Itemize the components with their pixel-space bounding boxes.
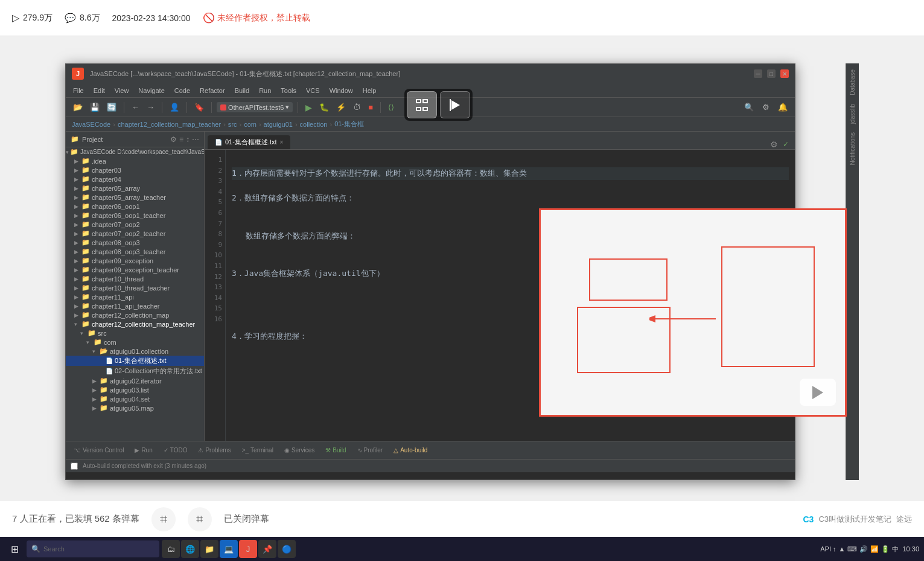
taskbar-app-4[interactable]: 💻 (220, 540, 238, 558)
taskbar-app-6[interactable]: 📌 (258, 540, 276, 558)
maximize-button[interactable]: □ (767, 69, 776, 78)
tree-item-atguigu03[interactable]: ▶ 📁 atguigu03.list (66, 385, 204, 394)
tree-item-file02[interactable]: 📄 02-Collection中的常用方法.txt (66, 366, 204, 376)
tree-item-root[interactable]: ▾ 📁 JavaSECode D:\code\workspace_teach\J… (66, 147, 204, 156)
tab-autobuild[interactable]: △ Auto-build (389, 445, 432, 455)
bc-src[interactable]: src (228, 121, 237, 128)
menu-refactor[interactable]: Refactor (196, 86, 229, 95)
tab-version-control[interactable]: ⌥ Version Control (69, 445, 129, 455)
tab-todo[interactable]: ✓ TODO (159, 445, 193, 455)
bullet-btn-1[interactable]: ⌗ (151, 507, 176, 531)
tree-item-atguigu02[interactable]: ▶ 📁 atguigu02.iterator (66, 376, 204, 385)
tree-item-atguigu05[interactable]: ▶ 📁 atguigu05.map (66, 403, 204, 412)
tree-item-ch11t[interactable]: ▶ 📁 chapter11_api_teacher (66, 301, 204, 310)
bc-atguigu01[interactable]: atguigu01 (264, 121, 293, 128)
run-button[interactable]: ▶ (303, 101, 314, 114)
tab-run[interactable]: ▶ Run (130, 445, 157, 455)
present-btn-fullscreen[interactable] (407, 91, 437, 118)
tree-item-ch06[interactable]: ▶ 📁 chapter06_oop1 (66, 202, 204, 211)
menu-view[interactable]: View (110, 86, 133, 95)
autobuild-checkbox[interactable] (71, 463, 78, 470)
editor-settings-icon[interactable]: ⚙ (770, 139, 778, 149)
minimize-button[interactable]: ─ (754, 69, 762, 78)
tree-item-src[interactable]: ▾ 📁 src (66, 329, 204, 338)
taskbar-app-3[interactable]: 📁 (200, 540, 218, 558)
menu-code[interactable]: Code (170, 86, 194, 95)
tree-item-com[interactable]: ▾ 📁 com (66, 338, 204, 347)
tree-item-ch09t[interactable]: ▶ 📁 chapter09_exception_teacher (66, 265, 204, 274)
debug-button[interactable]: 🐛 (317, 101, 331, 113)
tree-item-ch09[interactable]: ▶ 📁 chapter09_exception (66, 256, 204, 265)
menu-help[interactable]: Help (358, 86, 381, 95)
menu-vcs[interactable]: VCS (302, 86, 324, 95)
tree-item-ch05a[interactable]: ▶ 📁 chapter05_array (66, 184, 204, 193)
tree-item-ch06t[interactable]: ▶ 📁 chapter06_oop1_teacher (66, 211, 204, 220)
video-play-button[interactable] (800, 379, 836, 406)
run-config-dropdown[interactable]: OtherAPITest.test6 ▾ (217, 102, 293, 112)
forward-btn[interactable]: → (144, 101, 157, 113)
right-panel-jdasslib[interactable]: jdasslib (848, 100, 857, 127)
stop-button[interactable]: ■ (366, 101, 375, 113)
tree-item-ch04[interactable]: ▶ 📁 chapter04 (66, 175, 204, 184)
notifications-btn[interactable]: 🔔 (776, 101, 790, 113)
menu-run[interactable]: Run (255, 86, 275, 95)
tab-services[interactable]: ◉ Services (279, 445, 319, 455)
sidebar-sort-icon[interactable]: ↕ (186, 135, 190, 144)
tree-item-ch05at[interactable]: ▶ 📁 chapter05_array_teacher (66, 193, 204, 202)
tree-item-ch03[interactable]: ▶ 📁 chapter03 (66, 165, 204, 175)
settings-btn[interactable]: ⚙ (760, 101, 772, 113)
bc-com[interactable]: com (244, 121, 256, 128)
sync-btn[interactable]: 🔄 (104, 101, 119, 113)
menu-build[interactable]: Build (231, 86, 253, 95)
tree-item-ch12t[interactable]: ▾ 📁 chapter12_collection_map_teacher (66, 319, 204, 329)
tree-item-ch08t[interactable]: ▶ 📁 chapter08_oop3_teacher (66, 247, 204, 256)
tree-item-ch10t[interactable]: ▶ 📁 chapter10_thread_teacher (66, 283, 204, 292)
taskbar-app-5[interactable]: J (239, 540, 257, 558)
tree-item-atguigu01[interactable]: ▾ 📂 atguigu01.collection (66, 347, 204, 356)
taskbar-search[interactable]: 🔍 Search (27, 540, 159, 557)
tree-item-ch10[interactable]: ▶ 📁 chapter10_thread (66, 274, 204, 283)
tab-build[interactable]: ⚒ Build (320, 445, 351, 455)
translate-button[interactable]: ⟨⟩ (386, 101, 397, 113)
coverage-button[interactable]: ⚡ (334, 101, 348, 113)
tab-profiler[interactable]: ∿ Profiler (352, 445, 388, 455)
bc-chapter12[interactable]: chapter12_collection_map_teacher (118, 121, 221, 128)
project-tree[interactable]: ▾ 📁 JavaSECode D:\code\workspace_teach\J… (66, 147, 204, 441)
bc-javasecode[interactable]: JavaSECode (72, 121, 110, 128)
taskbar-app-2[interactable]: 🌐 (181, 540, 199, 558)
tree-item-ch11[interactable]: ▶ 📁 chapter11_api (66, 292, 204, 301)
tree-item-ch12[interactable]: ▶ 📁 chapter12_collection_map (66, 310, 204, 319)
menu-file[interactable]: File (69, 86, 88, 95)
menu-navigate[interactable]: Navigate (134, 86, 168, 95)
user-btn[interactable]: 👤 (167, 101, 182, 113)
menu-edit[interactable]: Edit (89, 86, 109, 95)
tab-problems[interactable]: ⚠ Problems (193, 445, 235, 455)
bc-collection[interactable]: collection (300, 121, 328, 128)
tree-item-ch07[interactable]: ▶ 📁 chapter07_oop2 (66, 220, 204, 229)
tab-close-icon[interactable]: × (280, 139, 284, 146)
open-folder-btn[interactable]: 📂 (71, 101, 85, 113)
tree-item-ch07t[interactable]: ▶ 📁 chapter07_oop2_teacher (66, 229, 204, 238)
editor-tab-file01[interactable]: 📄 01-集合框概述.txt × (208, 135, 290, 149)
bullet-btn-2[interactable]: ⌗ (188, 507, 212, 531)
right-panel-database[interactable]: Database (848, 66, 857, 99)
back-btn[interactable]: ← (129, 101, 142, 113)
sidebar-collapse-icon[interactable]: ≡ (179, 135, 183, 144)
start-button[interactable]: ⊞ (5, 539, 24, 559)
taskbar-app-1[interactable]: 🗂 (162, 540, 180, 558)
sidebar-settings-icon[interactable]: ⚙ (170, 135, 177, 144)
tab-terminal[interactable]: >_ Terminal (237, 445, 278, 455)
menu-window[interactable]: Window (325, 86, 357, 95)
sidebar-more-icon[interactable]: ⋯ (192, 135, 199, 144)
close-button[interactable]: ✕ (780, 69, 789, 78)
menu-tools[interactable]: Tools (276, 86, 301, 95)
tree-item-idea[interactable]: ▶ 📁 .idea (66, 156, 204, 165)
bookmark-btn[interactable]: 🔖 (192, 101, 206, 113)
right-panel-notifications[interactable]: Notifications (848, 129, 857, 168)
tree-item-file01[interactable]: 📄 01-集合框概述.txt (66, 356, 204, 366)
save-btn[interactable]: 💾 (88, 101, 102, 113)
profile-button[interactable]: ⏱ (351, 101, 363, 113)
tree-item-ch08[interactable]: ▶ 📁 chapter08_oop3 (66, 238, 204, 247)
tree-item-atguigu04[interactable]: ▶ 📁 atguigu04.set (66, 394, 204, 403)
taskbar-app-7[interactable]: 🔵 (278, 540, 296, 558)
